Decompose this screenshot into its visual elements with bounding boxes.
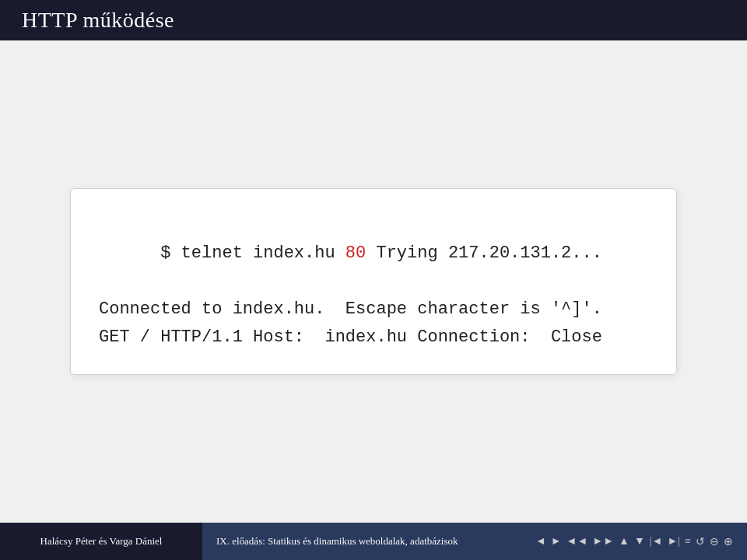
nav-first-icon[interactable]: |◄ [650,535,663,548]
nav-refresh-icon[interactable]: ↺ [696,535,705,548]
top-bar: HTTP működése [0,0,747,40]
nav-section-next-icon[interactable]: ►► [592,535,614,548]
page-title: HTTP működése [22,8,174,33]
nav-menu-icon[interactable]: ≡ [685,535,691,548]
nav-up-icon[interactable]: ▲ [619,535,630,548]
footer-author: Halácsy Péter és Varga Dániel [40,535,163,548]
footer-left: Halácsy Péter és Varga Dániel [0,523,202,560]
nav-prev-icon[interactable]: ◄ [535,535,546,548]
nav-section-prev-icon[interactable]: ◄◄ [566,535,588,548]
nav-icons: ◄ ► ◄◄ ►► ▲ ▼ |◄ ►| ≡ ↺ ⊖ ⊕ [535,535,733,548]
footer-lecture: IX. előadás: Statikus és dinamikus webol… [216,535,458,548]
code-line-2: Connected to index.hu. Escape character … [99,296,648,324]
code-line1-prefix: $ telnet index.hu [160,243,345,263]
nav-last-icon[interactable]: ►| [667,535,680,548]
code-box: $ telnet index.hu 80 Trying 217.20.131.2… [70,188,677,374]
nav-down-icon[interactable]: ▼ [634,535,645,548]
nav-zoom-in-icon[interactable]: ⊕ [724,535,733,548]
code-line1-suffix: Trying 217.20.131.2... [366,243,602,263]
nav-next-icon[interactable]: ► [551,535,562,548]
code-line1-highlight: 80 [345,243,366,263]
bottom-bar: Halácsy Péter és Varga Dániel IX. előadá… [0,523,747,560]
code-line-1: $ telnet index.hu 80 Trying 217.20.131.2… [99,211,648,296]
code-line-3: GET / HTTP/1.1 Host: index.hu Connection… [99,324,648,352]
main-content: $ telnet index.hu 80 Trying 217.20.131.2… [0,40,747,523]
nav-zoom-out-icon[interactable]: ⊖ [710,535,719,548]
footer-right: IX. előadás: Statikus és dinamikus webol… [202,523,747,560]
